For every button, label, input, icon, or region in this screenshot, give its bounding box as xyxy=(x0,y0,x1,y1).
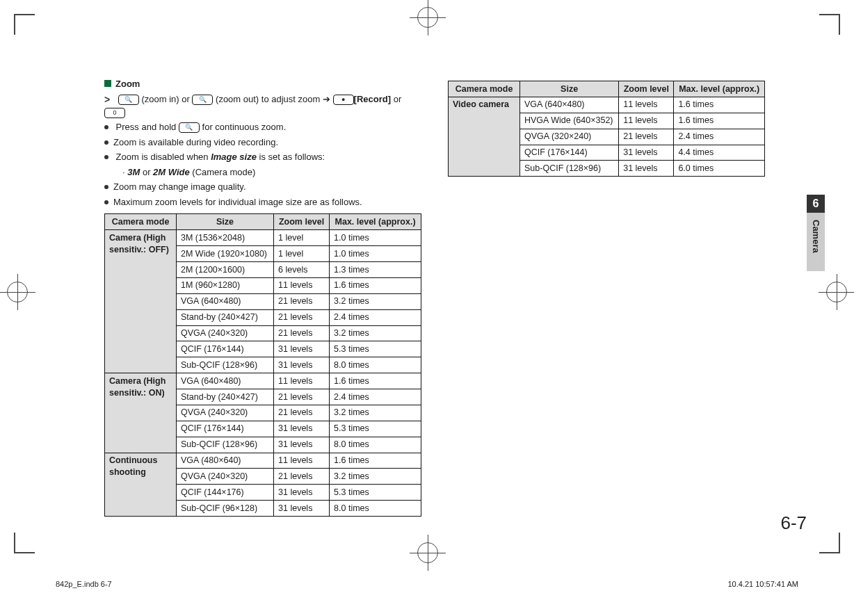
cell-max: 1.6 times xyxy=(674,113,765,129)
cell-zoom: 11 levels xyxy=(619,113,674,129)
text: (zoom out) to adjust zoom xyxy=(216,94,320,104)
footer-file: 842p_E.indb 6-7 xyxy=(56,579,112,590)
crop-mark xyxy=(819,552,840,553)
center-key-icon: ● xyxy=(333,95,354,105)
cell-zoom: 31 levels xyxy=(274,421,330,437)
cell-zoom: 31 levels xyxy=(274,437,330,453)
th-mode: Camera mode xyxy=(449,81,520,97)
table-row: Camera (High sensitiv.: OFF)3M (1536×204… xyxy=(105,230,421,246)
th-zoom: Zoom level xyxy=(619,81,674,97)
registration-mark xyxy=(417,542,438,563)
cell-size: QVGA (320×240) xyxy=(520,129,619,145)
emphasis: Image size xyxy=(211,152,257,162)
bullet-item: Zoom may change image quality. xyxy=(104,181,421,193)
record-label: [Record] xyxy=(354,94,391,104)
text: or xyxy=(394,94,402,104)
zoom-out-key-icon: 🔍 xyxy=(192,95,213,105)
cell-max: 1.6 times xyxy=(330,373,421,389)
cell-size: 2M (1200×1600) xyxy=(177,262,274,278)
cell-zoom: 1 level xyxy=(274,230,330,246)
th-max: Max. level (approx.) xyxy=(330,214,421,230)
cell-zoom: 11 levels xyxy=(274,373,330,389)
sub-bullet: · 3M or 2M Wide (Camera mode) xyxy=(122,166,421,179)
cell-max: 6.0 times xyxy=(674,161,765,177)
cell-zoom: 31 levels xyxy=(274,341,330,357)
cell-zoom: 11 levels xyxy=(619,97,674,113)
zoom-levels-table-right: Camera mode Size Zoom level Max. level (… xyxy=(448,81,765,177)
mode-cell: Camera (High sensitiv.: OFF) xyxy=(105,230,177,373)
registration-mark xyxy=(7,282,28,302)
cell-max: 1.6 times xyxy=(330,453,421,469)
cell-size: Sub-QCIF (96×128) xyxy=(177,501,274,517)
cell-max: 3.2 times xyxy=(330,405,421,421)
cell-zoom: 31 levels xyxy=(274,357,330,373)
zoom-levels-table-left: Camera mode Size Zoom level Max. level (… xyxy=(104,213,421,517)
cell-max: 5.3 times xyxy=(330,421,421,437)
cell-zoom: 21 levels xyxy=(274,309,330,325)
chapter-label: Camera xyxy=(809,220,822,253)
crop-mark xyxy=(14,14,35,15)
cell-size: QCIF (176×144) xyxy=(177,421,274,437)
cell-size: QCIF (176×144) xyxy=(177,341,274,357)
chevron-icon: > xyxy=(104,94,110,105)
cell-zoom: 11 levels xyxy=(274,277,330,293)
th-zoom: Zoom level xyxy=(274,214,330,230)
cell-size: 2M Wide (1920×1080) xyxy=(177,246,274,262)
cell-size: HVGA Wide (640×352) xyxy=(520,113,619,129)
cell-max: 1.3 times xyxy=(330,262,421,278)
emphasis: 3M xyxy=(127,167,140,177)
table-row: Continuous shootingVGA (480×640)11 level… xyxy=(105,453,421,469)
cell-zoom: 11 levels xyxy=(274,453,330,469)
th-size: Size xyxy=(177,214,274,230)
page-content: Zoom > 🔍 (zoom in) or 🔍 (zoom out) to ad… xyxy=(104,78,812,526)
cell-max: 8.0 times xyxy=(330,357,421,373)
table-header-row: Camera mode Size Zoom level Max. level (… xyxy=(105,214,421,230)
cell-size: QVGA (240×320) xyxy=(177,405,274,421)
cell-size: QVGA (240×320) xyxy=(177,469,274,485)
section-heading: Zoom xyxy=(104,78,421,90)
cell-zoom: 21 levels xyxy=(274,469,330,485)
cell-max: 5.3 times xyxy=(330,485,421,501)
cell-max: 1.6 times xyxy=(330,277,421,293)
crop-mark xyxy=(839,14,840,35)
mode-cell: Continuous shooting xyxy=(105,453,177,517)
cell-max: 3.2 times xyxy=(330,325,421,341)
zero-key-icon: 0 xyxy=(104,108,125,118)
crop-mark xyxy=(14,14,15,35)
cell-size: Sub-QCIF (128×96) xyxy=(520,161,619,177)
cell-size: 1M (960×1280) xyxy=(177,277,274,293)
instruction-zoom-adjust: > 🔍 (zoom in) or 🔍 (zoom out) to adjust … xyxy=(104,93,421,119)
cell-max: 2.4 times xyxy=(674,129,765,145)
emphasis: 2M Wide xyxy=(153,167,190,177)
table-row: Camera (High sensitiv.: ON)VGA (640×480)… xyxy=(105,373,421,389)
cell-max: 1.0 times xyxy=(330,230,421,246)
cell-max: 8.0 times xyxy=(330,437,421,453)
mode-cell: Video camera xyxy=(449,97,520,176)
page-number: 6-7 xyxy=(780,511,807,535)
print-footer: 842p_E.indb 6-7 10.4.21 10:57:41 AM xyxy=(56,579,798,590)
zoom-key-icon: 🔍 xyxy=(179,122,200,133)
cell-size: QCIF (144×176) xyxy=(177,485,274,501)
table-header-row: Camera mode Size Zoom level Max. level (… xyxy=(449,81,765,97)
crop-mark xyxy=(14,533,15,553)
cell-max: 5.3 times xyxy=(330,341,421,357)
cell-size: VGA (480×640) xyxy=(177,453,274,469)
cell-max: 1.6 times xyxy=(674,97,765,113)
cell-size: VGA (640×480) xyxy=(520,97,619,113)
bullet-item: Press and hold 🔍 for continuous zoom. xyxy=(104,121,421,133)
chapter-tab: 6 Camera xyxy=(807,195,825,271)
cell-zoom: 21 levels xyxy=(274,325,330,341)
chapter-number: 6 xyxy=(807,195,825,213)
crop-mark xyxy=(14,552,35,553)
footer-timestamp: 10.4.21 10:57:41 AM xyxy=(727,579,798,590)
cell-zoom: 21 levels xyxy=(274,293,330,309)
cell-size: 3M (1536×2048) xyxy=(177,230,274,246)
mode-cell: Camera (High sensitiv.: ON) xyxy=(105,373,177,453)
registration-mark xyxy=(826,282,847,302)
cell-size: Stand-by (240×427) xyxy=(177,309,274,325)
left-column: Zoom > 🔍 (zoom in) or 🔍 (zoom out) to ad… xyxy=(104,78,421,526)
cell-max: 4.4 times xyxy=(674,145,765,161)
table-row: Video cameraVGA (640×480)11 levels1.6 ti… xyxy=(449,97,765,113)
cell-zoom: 21 levels xyxy=(274,405,330,421)
cell-max: 3.2 times xyxy=(330,469,421,485)
